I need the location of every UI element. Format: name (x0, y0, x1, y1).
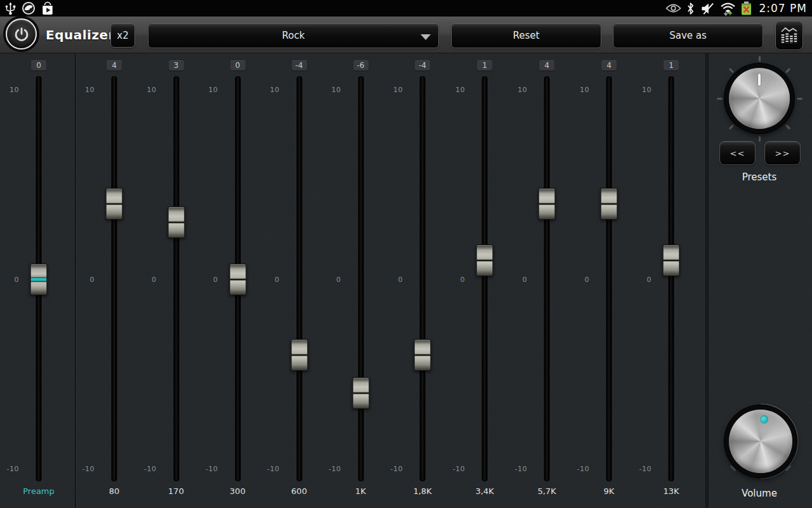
band-slider-thumb[interactable] (414, 339, 431, 371)
band-frequency-label: 600 (291, 486, 307, 496)
scale-label-min: -10 (82, 465, 95, 473)
scale-label-mid: 0 (152, 276, 157, 284)
band-value-badge: 4 (601, 60, 617, 70)
band-slider-track[interactable] (420, 76, 426, 481)
band-slider-thumb[interactable] (167, 206, 185, 238)
band-slider-thumb[interactable] (539, 188, 556, 220)
band-frequency-label: 5,7K (537, 486, 556, 496)
volume-label: Volume (715, 488, 804, 499)
scale-label-max: 10 (580, 86, 589, 94)
band-value-badge: 4 (107, 60, 122, 70)
band-value-badge: -4 (292, 60, 307, 70)
scale-label-min: -10 (329, 465, 341, 473)
band-slider-thumb[interactable] (352, 377, 369, 409)
band-value-badge: -6 (353, 60, 369, 70)
usb-icon (5, 2, 16, 15)
band-slider-thumb[interactable] (30, 264, 48, 295)
band-frequency-label: 3,4K (475, 486, 494, 496)
scale-label-min: -10 (577, 465, 589, 473)
band-value-badge: 0 (230, 60, 246, 70)
status-bar-right: 2:07 PM (665, 1, 808, 16)
volume-knob[interactable] (729, 410, 792, 473)
jetaudio-icon (22, 1, 36, 15)
band-slider-track[interactable] (112, 76, 117, 481)
band-slider-thumb[interactable] (106, 188, 123, 220)
band-slider-track[interactable] (606, 76, 612, 481)
scale-label-max: 10 (518, 86, 527, 94)
scale-label-min: -10 (639, 465, 652, 473)
chevron-down-icon (421, 34, 431, 40)
band-value-badge: 4 (539, 60, 554, 70)
page-title: Equalizer (46, 17, 115, 53)
scale-label-max: 10 (147, 86, 157, 94)
scale-label-mid: 0 (90, 276, 95, 284)
multiplier-x2-button[interactable]: x2 (110, 23, 135, 48)
band-frequency-label: 300 (230, 486, 246, 496)
scale-label-mid: 0 (461, 276, 466, 284)
scale-label-max: 10 (455, 86, 465, 94)
presets-knob-tick (717, 98, 723, 100)
band-slider-thumb[interactable] (229, 264, 246, 295)
presets-knob-tick (759, 136, 761, 142)
band-slider-track[interactable] (482, 76, 488, 481)
band-frequency-label: 1,8K (413, 486, 431, 496)
presets-knob-tick (728, 124, 733, 129)
scale-label-mid: 0 (585, 276, 590, 284)
presets-knob[interactable] (729, 68, 790, 129)
scale-label-max: 10 (85, 86, 95, 94)
equalizer-panel: 0100-10Preamp4100-10803100-101700100-103… (0, 53, 812, 508)
scale-label-max: 10 (332, 86, 341, 94)
eq-view-button[interactable] (775, 20, 803, 50)
preset-next-button[interactable]: >> (764, 141, 801, 165)
presets-knob-tick (728, 67, 733, 72)
band-frequency-label: 170 (168, 486, 184, 496)
scale-label-mid: 0 (15, 276, 20, 284)
scale-label-min: -10 (515, 465, 527, 473)
power-button[interactable] (6, 18, 37, 50)
band-slider-track[interactable] (358, 76, 363, 481)
scale-label-min: -10 (453, 465, 465, 473)
band-slider-thumb[interactable] (663, 244, 680, 276)
reset-button[interactable]: Reset (451, 23, 601, 48)
header-toolbar: Equalizer x2 Rock Reset Save as (0, 17, 812, 53)
scale-label-mid: 0 (523, 276, 528, 284)
scale-label-min: -10 (206, 465, 218, 473)
scale-label-max: 10 (10, 86, 19, 94)
band-frequency-label: 9K (604, 486, 615, 496)
band-slider-thumb[interactable] (601, 188, 618, 220)
scale-label-max: 10 (642, 86, 652, 94)
presets-knob-tick (785, 124, 790, 129)
band-slider-track[interactable] (296, 76, 302, 481)
band-slider-thumb[interactable] (291, 339, 308, 371)
scale-label-max: 10 (393, 86, 403, 94)
scale-label-min: -10 (7, 465, 19, 473)
presets-knob-tick (797, 98, 802, 100)
band-slider-thumb[interactable] (476, 244, 494, 276)
scale-label-min: -10 (144, 465, 156, 473)
presets-label: Presets (715, 171, 804, 183)
save-as-button[interactable]: Save as (613, 23, 763, 48)
presets-knob-indicator (758, 74, 761, 86)
scale-label-mid: 0 (336, 276, 341, 284)
status-bar-clock: 2:07 PM (757, 2, 808, 15)
power-icon (13, 26, 30, 43)
scale-label-mid: 0 (398, 276, 403, 284)
scale-label-min: -10 (267, 465, 279, 473)
band-value-badge: 0 (31, 60, 46, 70)
band-slider-track[interactable] (669, 76, 674, 481)
scale-label-mid: 0 (647, 276, 652, 284)
band-slider-track[interactable] (173, 76, 179, 481)
smart-stay-eye-icon (665, 3, 681, 13)
band-frequency-label: 80 (109, 486, 120, 496)
preset-dropdown[interactable]: Rock (148, 23, 439, 48)
status-bar-left (5, 1, 54, 15)
preset-prev-button[interactable]: << (719, 141, 756, 165)
band-value-badge: 1 (664, 60, 679, 70)
battery-error-icon (741, 1, 752, 15)
band-value-badge: -4 (415, 60, 430, 70)
volume-knob-indicator-dot (760, 415, 768, 424)
band-value-badge: 3 (169, 60, 184, 70)
scale-label-max: 10 (209, 86, 218, 94)
equalizer-bars-icon (779, 25, 799, 46)
band-slider-track[interactable] (544, 76, 550, 481)
